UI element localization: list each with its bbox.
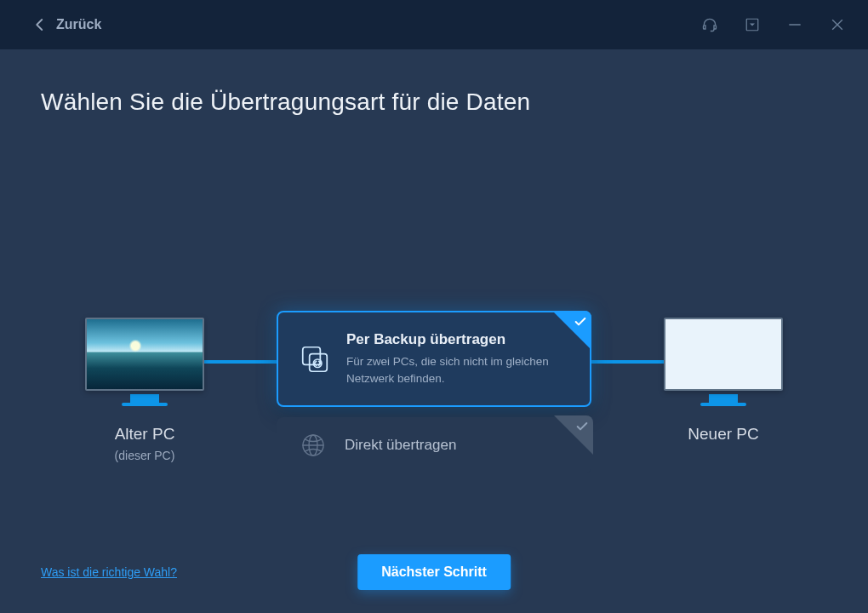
close-icon[interactable] — [829, 16, 846, 33]
titlebar: Zurück — [0, 0, 868, 49]
help-link[interactable]: Was ist die richtige Wahl? — [41, 565, 177, 579]
option-direct[interactable]: Direkt übertragen — [277, 417, 591, 473]
app-window: Zurück Wählen Sie die Übertragungsart fü… — [0, 0, 868, 613]
transfer-backup-icon — [299, 343, 331, 375]
old-pc: Alter PC (dieser PC) — [51, 318, 238, 462]
page-title: Wählen Sie die Übertragungsart für die D… — [41, 89, 827, 116]
globe-icon — [297, 429, 329, 461]
svg-rect-4 — [303, 347, 321, 364]
titlebar-actions — [701, 16, 861, 33]
svg-rect-5 — [310, 353, 328, 371]
content-area: Wählen Sie die Übertragungsart für die D… — [0, 49, 868, 613]
option-backup-title: Per Backup übertragen — [346, 331, 569, 348]
dropdown-icon[interactable] — [744, 16, 761, 33]
minimize-icon[interactable] — [786, 16, 803, 33]
option-direct-title: Direkt übertragen — [345, 437, 571, 454]
selected-check-icon — [552, 311, 591, 350]
option-direct-text: Direkt übertragen — [345, 437, 571, 454]
option-backup[interactable]: Per Backup übertragen Für zwei PCs, die … — [277, 311, 591, 407]
option-backup-text: Per Backup übertragen Für zwei PCs, die … — [346, 331, 569, 387]
old-pc-monitor-icon — [85, 318, 204, 391]
back-label: Zurück — [56, 17, 101, 32]
arrow-left-icon — [32, 17, 48, 32]
option-backup-desc: Für zwei PCs, die sich nicht im gleichen… — [346, 353, 568, 387]
old-pc-label: Alter PC — [51, 425, 238, 444]
new-pc: Neuer PC — [630, 318, 817, 444]
headset-icon[interactable] — [701, 16, 718, 33]
new-pc-label: Neuer PC — [630, 425, 817, 444]
back-button[interactable]: Zurück — [32, 17, 101, 32]
footer: Was ist die richtige Wahl? Nächster Schr… — [41, 565, 827, 579]
transfer-options: Per Backup übertragen Für zwei PCs, die … — [277, 311, 591, 473]
new-pc-monitor-icon — [664, 318, 783, 391]
unselected-check-icon — [554, 415, 593, 455]
next-button[interactable]: Nächster Schritt — [357, 554, 511, 590]
old-pc-sublabel: (dieser PC) — [51, 449, 238, 462]
